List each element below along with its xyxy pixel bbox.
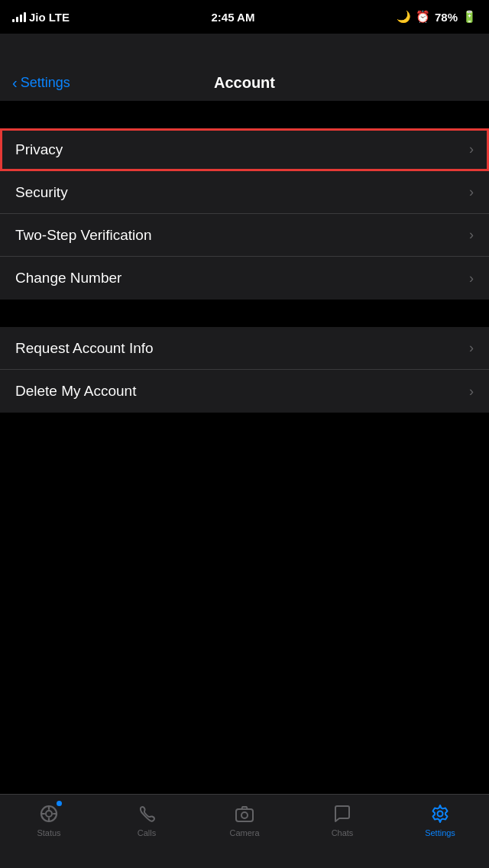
settings-icon <box>429 802 452 825</box>
alarm-icon: ⏰ <box>416 10 430 24</box>
menu-item-privacy[interactable]: Privacy › <box>0 128 489 171</box>
two-step-chevron-icon: › <box>469 227 474 243</box>
status-icon-wrapper <box>37 802 60 825</box>
status-bar: Jio LTE 2:45 AM 🌙 ⏰ 78% 🔋 <box>0 0 489 34</box>
delete-account-chevron-icon: › <box>469 384 474 400</box>
tab-chats[interactable]: Chats <box>293 802 391 837</box>
request-info-chevron-icon: › <box>469 340 474 356</box>
change-number-label: Change Number <box>15 270 121 287</box>
signal-bar-3 <box>20 15 22 22</box>
back-chevron-icon: ‹ <box>12 74 18 92</box>
carrier-label: Jio <box>29 11 46 24</box>
menu-item-security[interactable]: Security › <box>0 171 489 214</box>
status-left: Jio LTE <box>12 11 70 24</box>
menu-item-change-number[interactable]: Change Number › <box>0 257 489 300</box>
page-title: Account <box>12 74 477 92</box>
section-gap-top <box>0 101 489 128</box>
tab-calls-label: Calls <box>138 828 156 837</box>
svg-point-8 <box>438 811 443 817</box>
change-number-chevron-icon: › <box>469 270 474 287</box>
security-label: Security <box>15 184 68 201</box>
battery-icon: 🔋 <box>462 10 477 24</box>
back-label: Settings <box>21 75 70 91</box>
chats-icon <box>331 802 354 825</box>
svg-rect-6 <box>236 809 253 821</box>
menu-group-main: Privacy › Security › Two-Step Verificati… <box>0 128 489 300</box>
battery-percent: 78% <box>435 11 458 24</box>
camera-icon <box>233 802 256 825</box>
security-chevron-icon: › <box>469 184 474 200</box>
signal-bar-4 <box>24 12 26 22</box>
svg-point-7 <box>241 812 248 818</box>
signal-bar-1 <box>12 19 15 22</box>
request-info-label: Request Account Info <box>15 340 154 357</box>
privacy-label: Privacy <box>15 141 63 158</box>
tab-calls[interactable]: Calls <box>98 802 196 837</box>
menu-item-request-info[interactable]: Request Account Info › <box>0 327 489 370</box>
two-step-label: Two-Step Verification <box>15 227 151 244</box>
nav-header: ‹ Settings Account <box>0 34 489 101</box>
calls-icon <box>135 802 158 825</box>
menu-group-account: Request Account Info › Delete My Account… <box>0 327 489 413</box>
signal-bar-2 <box>16 17 18 22</box>
tab-camera-label: Camera <box>229 828 259 837</box>
tab-camera[interactable]: Camera <box>196 802 293 837</box>
menu-item-delete-account[interactable]: Delete My Account › <box>0 370 489 413</box>
tab-settings[interactable]: Settings <box>391 802 489 837</box>
tab-status[interactable]: Status <box>0 802 98 837</box>
section-gap-middle <box>0 300 489 327</box>
status-dot <box>57 801 62 806</box>
privacy-chevron-icon: › <box>469 141 474 157</box>
tab-status-label: Status <box>37 828 60 837</box>
tab-bar: Status Calls Camera Chats <box>0 794 489 868</box>
signal-bars <box>12 11 26 22</box>
svg-point-1 <box>46 811 52 817</box>
network-type: LTE <box>49 11 70 24</box>
tab-settings-label: Settings <box>425 828 455 837</box>
status-icon <box>37 802 60 825</box>
moon-icon: 🌙 <box>397 10 411 24</box>
status-right: 🌙 ⏰ 78% 🔋 <box>397 10 477 24</box>
delete-account-label: Delete My Account <box>15 383 136 400</box>
status-time: 2:45 AM <box>211 11 254 24</box>
back-button[interactable]: ‹ Settings <box>12 74 70 92</box>
tab-chats-label: Chats <box>332 828 354 837</box>
menu-item-two-step[interactable]: Two-Step Verification › <box>0 214 489 257</box>
